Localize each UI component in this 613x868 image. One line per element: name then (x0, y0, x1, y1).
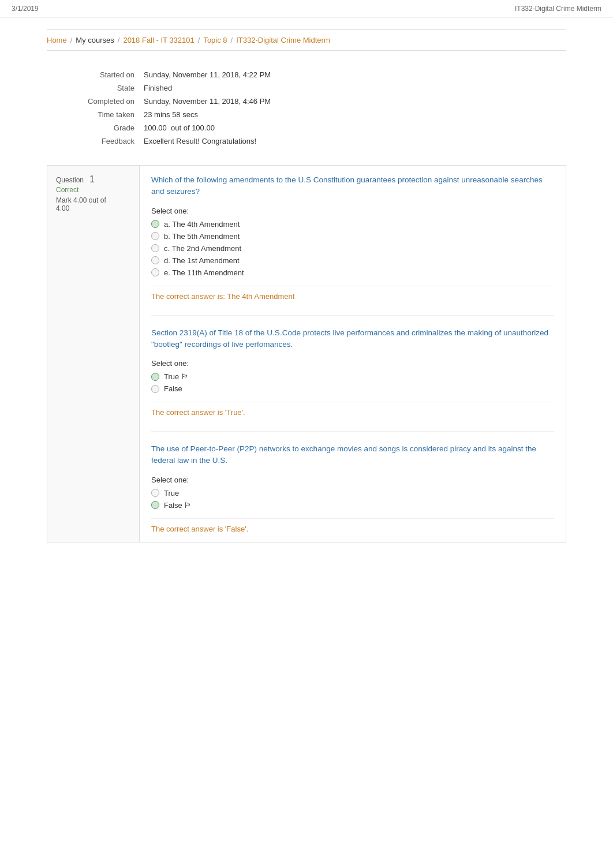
started-on-value: Sunday, November 11, 2018, 4:22 PM (139, 68, 566, 81)
option-label: True (164, 489, 179, 497)
top-bar: 3/1/2019 IT332-Digital Crime Midterm (0, 0, 613, 18)
summary-time-row: Time taken 23 mins 58 secs (47, 108, 566, 121)
completed-on-value: Sunday, November 11, 2018, 4:46 PM (139, 95, 566, 108)
sub-q1-correct: The correct answer is 'True'. (151, 402, 554, 417)
sub-q2-select-label: Select one: (151, 476, 554, 484)
main-container: Home / My courses / 2018 Fall - IT 33210… (24, 18, 589, 566)
option-label: True 🏳 (164, 372, 189, 381)
option-item: d. The 1st Amendment (151, 256, 554, 265)
question-1-sidebar: Question 1 Correct Mark 4.00 out of 4.00 (47, 166, 140, 542)
option-label: b. The 5th Amendment (164, 232, 240, 241)
separator-2: / (118, 36, 120, 44)
option-item: False (151, 384, 554, 393)
option-item: a. The 4th Amendment (151, 220, 554, 229)
sub-q1-text: Section 2319(A) of Title 18 of the U.S.C… (151, 327, 554, 351)
summary-state-row: State Finished (47, 81, 566, 95)
option-label: d. The 1st Amendment (164, 256, 240, 265)
option-item: False 🏳 (151, 501, 554, 510)
option-label: e. The 11th Amendment (164, 268, 244, 277)
options-list-1: a. The 4th Amendmentb. The 5th Amendment… (151, 220, 554, 277)
option-label: False (164, 384, 182, 393)
breadcrumb-course[interactable]: 2018 Fall - IT 332101 (123, 36, 194, 44)
q-status: Correct (56, 186, 130, 194)
q-mark-label: Mark 4.00 out of (56, 196, 106, 204)
option-label: c. The 2nd Amendment (164, 244, 241, 253)
radio-circle (151, 268, 159, 276)
radio-circle (151, 220, 159, 228)
q-mark-value: 4.00 (56, 204, 69, 212)
sub-question-2: The use of Peer-to-Peer (P2P) networks t… (151, 431, 554, 533)
breadcrumb-home[interactable]: Home (47, 36, 67, 44)
summary-completed-row: Completed on Sunday, November 11, 2018, … (47, 95, 566, 108)
separator-3: / (198, 36, 200, 44)
separator-1: / (70, 36, 73, 44)
option-item: True 🏳 (151, 372, 554, 381)
separator-4: / (231, 36, 233, 44)
radio-circle (151, 244, 159, 252)
feedback-label: Feedback (47, 134, 139, 148)
started-on-label: Started on (47, 68, 139, 81)
breadcrumb-topic[interactable]: Topic 8 (203, 36, 227, 44)
q-label-text: Question (56, 176, 84, 184)
breadcrumb-exam[interactable]: IT332-Digital Crime Midterm (236, 36, 330, 44)
radio-circle (151, 489, 159, 497)
option-label: a. The 4th Amendment (164, 220, 240, 229)
top-bar-title: IT332-Digital Crime Midterm (515, 5, 601, 13)
time-taken-label: Time taken (47, 108, 139, 121)
summary-table: Started on Sunday, November 11, 2018, 4:… (47, 68, 566, 148)
radio-circle (151, 501, 159, 509)
feedback-value: Excellent Result! Congratulations! (139, 134, 566, 148)
summary-grade-row: Grade 100.00 out of 100.00 (47, 121, 566, 134)
sub-q2-options: TrueFalse 🏳 (151, 489, 554, 510)
q-number: 1 (89, 174, 95, 184)
option-item: c. The 2nd Amendment (151, 244, 554, 253)
correct-answer-1: The correct answer is: The 4th Amendment (151, 286, 554, 301)
question-1-block: Question 1 Correct Mark 4.00 out of 4.00… (47, 165, 566, 542)
select-one-label-1: Select one: (151, 207, 554, 215)
breadcrumb: Home / My courses / 2018 Fall - IT 33210… (47, 29, 566, 51)
state-label: State (47, 81, 139, 95)
breadcrumb-my-courses: My courses (76, 36, 114, 44)
question-1-text: Which of the following amendments to the… (151, 174, 554, 198)
option-item: e. The 11th Amendment (151, 268, 554, 277)
radio-circle (151, 232, 159, 240)
radio-circle (151, 373, 159, 381)
sub-q2-correct: The correct answer is 'False'. (151, 518, 554, 533)
sub-question-1: Section 2319(A) of Title 18 of the U.S.C… (151, 315, 554, 417)
grade-value: 100.00 out of 100.00 (139, 121, 566, 134)
option-label: False 🏳 (164, 501, 192, 510)
sub-q1-select-label: Select one: (151, 359, 554, 368)
summary-started-row: Started on Sunday, November 11, 2018, 4:… (47, 68, 566, 81)
top-bar-date: 3/1/2019 (12, 5, 39, 13)
question-1-content: Which of the following amendments to the… (140, 166, 566, 542)
option-item: b. The 5th Amendment (151, 232, 554, 241)
state-value: Finished (139, 81, 566, 95)
radio-circle (151, 385, 159, 393)
q-mark: Mark 4.00 out of 4.00 (56, 196, 130, 212)
grade-label: Grade (47, 121, 139, 134)
completed-on-label: Completed on (47, 95, 139, 108)
option-item: True (151, 489, 554, 497)
summary-feedback-row: Feedback Excellent Result! Congratulatio… (47, 134, 566, 148)
time-taken-value: 23 mins 58 secs (139, 108, 566, 121)
sub-q2-text: The use of Peer-to-Peer (P2P) networks t… (151, 443, 554, 467)
sub-q1-options: True 🏳False (151, 372, 554, 393)
radio-circle (151, 256, 159, 264)
